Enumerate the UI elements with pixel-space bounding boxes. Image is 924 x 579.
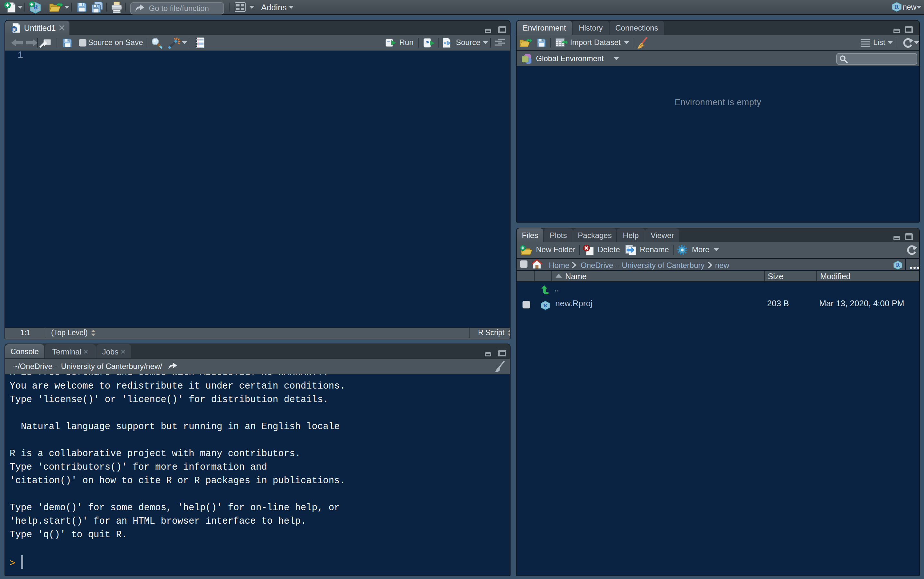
svg-text:R: R <box>896 262 900 268</box>
svg-text:R: R <box>895 4 899 10</box>
svg-text:R: R <box>544 303 547 309</box>
svg-text:R: R <box>12 27 16 33</box>
